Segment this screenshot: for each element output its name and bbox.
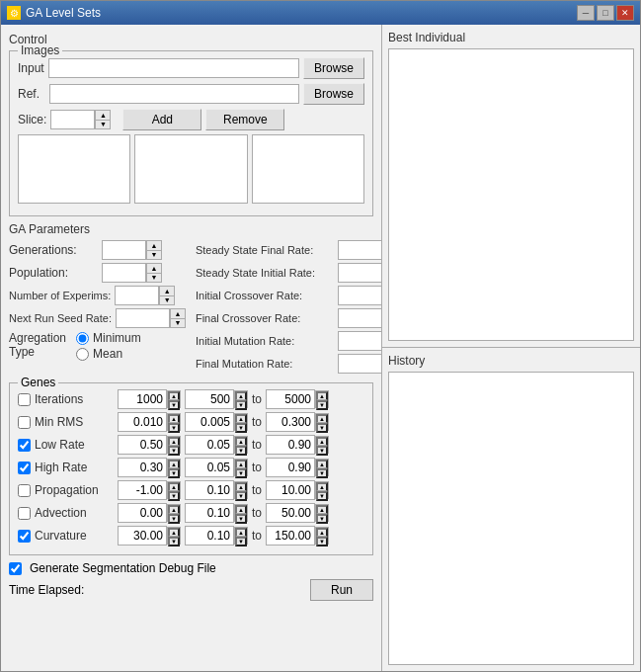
gene-input2-4[interactable] <box>185 480 234 500</box>
gene-input1-0[interactable] <box>118 389 167 409</box>
gene-spin1-up-5[interactable]: ▲ <box>168 505 180 514</box>
gene-spin3-down-4[interactable]: ▼ <box>316 491 328 501</box>
num-experims-input[interactable]: 2 <box>115 286 159 305</box>
minimum-radio[interactable] <box>76 332 89 345</box>
gene-spin2-down-4[interactable]: ▼ <box>235 491 247 501</box>
gene-spin2-down-1[interactable]: ▼ <box>235 423 247 433</box>
gene-spin1-up-3[interactable]: ▲ <box>168 460 180 468</box>
generations-spin-up[interactable]: ▲ <box>147 241 161 251</box>
gene-input2-2[interactable] <box>185 435 234 455</box>
ref-browse-button[interactable]: Browse <box>303 83 364 105</box>
gene-spin2-up-1[interactable]: ▲ <box>235 414 247 423</box>
gene-spin1-down-0[interactable]: ▼ <box>168 400 180 410</box>
gene-spin2-down-2[interactable]: ▼ <box>235 446 247 456</box>
gene-spin3-up-4[interactable]: ▲ <box>316 482 328 491</box>
gene-input3-6[interactable] <box>266 526 315 546</box>
slice-input[interactable]: 130 <box>50 110 95 129</box>
next-run-seed-spin-up[interactable]: ▲ <box>171 309 185 319</box>
gene-spin1-down-3[interactable]: ▼ <box>168 468 180 478</box>
gene-spin3-down-6[interactable]: ▼ <box>316 537 328 546</box>
gene-spin1-up-0[interactable]: ▲ <box>168 391 180 400</box>
final-mutation-input[interactable]: 0.80 <box>338 354 381 374</box>
gene-spin1-up-1[interactable]: ▲ <box>168 414 180 423</box>
gene-input1-1[interactable] <box>118 412 167 432</box>
next-run-seed-spin-down[interactable]: ▼ <box>171 319 185 328</box>
gene-spin2-up-4[interactable]: ▲ <box>235 482 247 491</box>
maximize-button[interactable]: □ <box>597 5 614 21</box>
gene-spin2-up-6[interactable]: ▲ <box>235 528 247 537</box>
gene-spin1-up-2[interactable]: ▲ <box>168 437 180 446</box>
gene-spin3-up-3[interactable]: ▲ <box>316 460 328 468</box>
gene-spin2-up-2[interactable]: ▲ <box>235 437 247 446</box>
gene-spin2-up-3[interactable]: ▲ <box>235 460 247 468</box>
gene-spin3-up-5[interactable]: ▲ <box>316 505 328 514</box>
gene-input3-4[interactable] <box>266 480 315 500</box>
gene-spin2-down-5[interactable]: ▼ <box>235 514 247 524</box>
gene-input2-3[interactable] <box>185 458 234 477</box>
gene-input3-3[interactable] <box>266 458 315 477</box>
close-button[interactable]: ✕ <box>616 5 634 21</box>
gene-spin3-down-0[interactable]: ▼ <box>316 400 328 410</box>
gene-spin1-down-2[interactable]: ▼ <box>168 446 180 456</box>
gene-input1-6[interactable] <box>118 526 167 546</box>
gene-input2-0[interactable] <box>185 389 234 409</box>
gene-checkbox-0[interactable] <box>18 393 31 406</box>
num-experims-spin-down[interactable]: ▼ <box>160 296 174 305</box>
gene-input1-4[interactable] <box>118 480 167 500</box>
steady-state-final-input[interactable]: 0.20 <box>338 240 381 260</box>
run-button[interactable]: Run <box>310 579 373 601</box>
final-crossover-input[interactable]: 0.65 <box>338 308 381 328</box>
gene-checkbox-5[interactable] <box>18 507 31 520</box>
steady-state-initial-input[interactable]: 0.80 <box>338 263 381 283</box>
num-experims-spin-up[interactable]: ▲ <box>160 287 174 296</box>
minimize-button[interactable]: ─ <box>577 5 595 21</box>
gene-spin3-up-6[interactable]: ▲ <box>316 528 328 537</box>
gene-input3-2[interactable] <box>266 435 315 455</box>
gene-spin1-down-1[interactable]: ▼ <box>168 423 180 433</box>
gene-spin2-down-6[interactable]: ▼ <box>235 537 247 546</box>
gene-spin1-down-4[interactable]: ▼ <box>168 491 180 501</box>
gene-input2-1[interactable] <box>185 412 234 432</box>
gene-input2-6[interactable] <box>185 526 234 546</box>
initial-mutation-input[interactable]: 0.10 <box>338 331 381 351</box>
input-browse-button[interactable]: Browse <box>303 57 364 79</box>
remove-button[interactable]: Remove <box>205 109 284 130</box>
gene-input3-1[interactable] <box>266 412 315 432</box>
initial-crossover-input[interactable]: 0.80 <box>338 286 381 305</box>
gene-spin3-up-0[interactable]: ▲ <box>316 391 328 400</box>
gene-checkbox-2[interactable] <box>18 439 31 452</box>
input-path-field[interactable] <box>48 58 299 78</box>
gene-spin1-up-4[interactable]: ▲ <box>168 482 180 491</box>
gene-spin3-down-1[interactable]: ▼ <box>316 423 328 433</box>
gene-input1-5[interactable] <box>118 503 167 523</box>
next-run-seed-input[interactable]: 0.10 <box>116 308 170 328</box>
generations-input[interactable]: 15 <box>102 240 146 260</box>
gene-spin3-down-2[interactable]: ▼ <box>316 446 328 456</box>
gene-checkbox-3[interactable] <box>18 462 31 474</box>
mean-radio[interactable] <box>76 348 89 361</box>
gene-checkbox-6[interactable] <box>18 530 31 543</box>
gene-checkbox-1[interactable] <box>18 416 31 429</box>
gene-spin2-up-5[interactable]: ▲ <box>235 505 247 514</box>
gene-spin2-down-3[interactable]: ▼ <box>235 468 247 478</box>
gene-input1-2[interactable] <box>118 435 167 455</box>
gene-spin3-up-2[interactable]: ▲ <box>316 437 328 446</box>
gene-spin2-down-0[interactable]: ▼ <box>235 400 247 410</box>
slice-spin-up[interactable]: ▲ <box>96 111 110 121</box>
gene-spin2-up-0[interactable]: ▲ <box>235 391 247 400</box>
gene-spin1-down-5[interactable]: ▼ <box>168 514 180 524</box>
gene-spin1-up-6[interactable]: ▲ <box>168 528 180 537</box>
gene-spin3-down-5[interactable]: ▼ <box>316 514 328 524</box>
add-button[interactable]: Add <box>122 109 201 130</box>
gene-spin3-up-1[interactable]: ▲ <box>316 414 328 423</box>
generations-spin-down[interactable]: ▼ <box>147 251 161 260</box>
gene-input3-0[interactable] <box>266 389 315 409</box>
gene-input1-3[interactable] <box>118 458 167 477</box>
population-spin-up[interactable]: ▲ <box>147 264 161 274</box>
debug-checkbox[interactable] <box>9 562 22 575</box>
gene-spin3-down-3[interactable]: ▼ <box>316 468 328 478</box>
population-input[interactable]: 20 <box>102 263 146 283</box>
slice-spin-down[interactable]: ▼ <box>96 121 110 129</box>
population-spin-down[interactable]: ▼ <box>147 274 161 283</box>
gene-spin1-down-6[interactable]: ▼ <box>168 537 180 546</box>
